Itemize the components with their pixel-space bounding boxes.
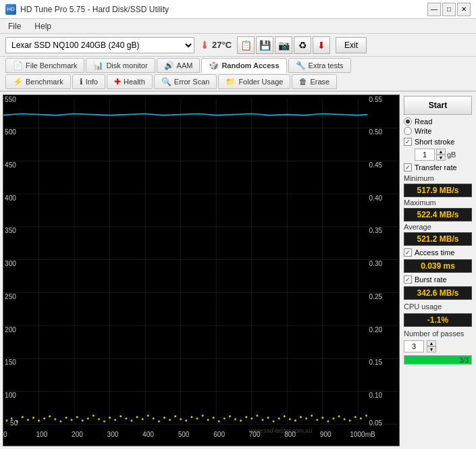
short-stroke-checkbox[interactable]: [404, 138, 412, 146]
copy-icon-btn[interactable]: 📋: [237, 36, 255, 54]
access-time-checkbox[interactable]: [404, 248, 412, 257]
svg-point-91: [213, 417, 215, 419]
exit-button[interactable]: Exit: [336, 37, 367, 53]
svg-point-53: [6, 419, 8, 421]
extra-tests-icon: 🔧: [296, 61, 306, 70]
svg-text:500: 500: [5, 128, 16, 136]
chart-svg: 550 500 450 400 350 300 250 200 150 100 …: [3, 95, 399, 446]
svg-point-88: [196, 417, 198, 419]
access-time-row[interactable]: Access time: [404, 248, 472, 257]
tab-erase[interactable]: 🗑 Erase: [292, 74, 337, 89]
burst-rate-row[interactable]: Burst rate: [404, 275, 472, 284]
error-scan-icon: 🔍: [161, 77, 171, 86]
benchmark-icon: ⚡: [13, 77, 23, 86]
passes-down[interactable]: ▼: [427, 346, 436, 352]
transfer-rate-row[interactable]: Transfer rate: [404, 163, 472, 171]
tab-random-access[interactable]: 🎲 Random Access: [201, 58, 286, 73]
download-icon-btn[interactable]: ⬇: [313, 36, 330, 54]
svg-point-85: [180, 418, 182, 420]
passes-up[interactable]: ▲: [427, 340, 436, 346]
short-stroke-input[interactable]: [415, 149, 435, 161]
short-stroke-spinners: ▲ ▼: [436, 149, 446, 161]
svg-text:0: 0: [3, 431, 7, 438]
read-radio[interactable]: Read: [404, 117, 472, 126]
menu-help[interactable]: Help: [32, 21, 54, 32]
svg-point-83: [169, 419, 171, 421]
svg-point-81: [158, 420, 160, 422]
close-button[interactable]: ✕: [457, 3, 471, 16]
disk-monitor-icon: 📊: [93, 61, 103, 70]
svg-point-108: [305, 417, 307, 419]
minimum-label: Minimum: [404, 174, 472, 182]
aam-icon: 🔊: [164, 61, 174, 70]
svg-text:200: 200: [5, 325, 16, 333]
passes-input[interactable]: [404, 340, 424, 352]
svg-point-82: [163, 417, 165, 419]
start-button[interactable]: Start: [404, 96, 472, 115]
tab-aam[interactable]: 🔊 AAM: [157, 58, 201, 73]
transfer-rate-label: Transfer rate: [415, 163, 457, 171]
svg-point-84: [174, 415, 176, 417]
menu-file[interactable]: File: [5, 21, 24, 32]
tab-info-label: Info: [86, 78, 98, 86]
camera-icon-btn[interactable]: 📷: [275, 36, 292, 54]
tab-extra-tests[interactable]: 🔧 Extra tests: [288, 58, 351, 73]
short-stroke-up[interactable]: ▲: [436, 149, 446, 155]
burst-rate-value: 342.6 MB/s: [404, 286, 472, 300]
write-label: Write: [415, 127, 431, 135]
tabs-row-1: 📄 File Benchmark 📊 Disk monitor 🔊 AAM 🎲 …: [5, 58, 471, 73]
toolbar-icons: 📋 💾 📷 ♻ ⬇: [237, 36, 330, 54]
svg-text:150: 150: [5, 359, 16, 366]
tab-folder-usage[interactable]: 📁 Folder Usage: [218, 74, 290, 89]
window-title: HD Tune Pro 5.75 - Hard Disk/SSD Utility: [20, 5, 169, 14]
svg-point-73: [114, 419, 116, 421]
svg-point-104: [284, 415, 286, 417]
svg-point-93: [223, 417, 226, 419]
svg-text:350: 350: [5, 227, 16, 234]
svg-point-62: [54, 418, 56, 420]
write-radio[interactable]: Write: [404, 127, 472, 135]
svg-point-100: [261, 419, 263, 421]
tab-error-scan-label: Error Scan: [174, 78, 210, 86]
svg-point-113: [332, 417, 334, 419]
svg-point-79: [147, 415, 149, 417]
svg-point-119: [365, 415, 367, 417]
maximize-button[interactable]: □: [442, 3, 456, 16]
svg-point-87: [190, 416, 192, 418]
svg-text:250: 250: [5, 293, 16, 300]
svg-point-75: [125, 417, 127, 419]
tab-random-access-label: Random Access: [221, 61, 279, 70]
tab-info[interactable]: ℹ Info: [72, 74, 105, 89]
transfer-rate-checkbox[interactable]: [404, 163, 412, 171]
minimize-button[interactable]: —: [427, 3, 441, 16]
main-content: 550 500 450 400 350 300 250 200 150 100 …: [0, 92, 476, 449]
app-icon: HD: [5, 4, 16, 15]
short-stroke-row[interactable]: Short stroke: [404, 138, 472, 146]
tab-disk-monitor[interactable]: 📊 Disk monitor: [86, 58, 155, 73]
temperature-display: 🌡 27°C: [200, 40, 232, 51]
tab-erase-label: Erase: [310, 78, 329, 86]
svg-text:0.25: 0.25: [369, 293, 383, 300]
tabs-container: 📄 File Benchmark 📊 Disk monitor 🔊 AAM 🎲 …: [0, 57, 476, 92]
refresh-icon-btn[interactable]: ♻: [294, 36, 311, 54]
tab-health[interactable]: ✚ Health: [107, 74, 153, 89]
save-icon-btn[interactable]: 💾: [256, 36, 273, 54]
disk-selector[interactable]: Lexar SSD NQ100 240GB (240 gB): [5, 37, 194, 53]
burst-rate-checkbox[interactable]: [404, 275, 412, 284]
temperature-value: 27°C: [212, 40, 232, 50]
svg-point-114: [338, 415, 340, 417]
tab-file-benchmark[interactable]: 📄 File Benchmark: [5, 58, 84, 73]
right-panel: Start Read Write Short stroke ▲ ▼ gB: [402, 95, 473, 446]
tab-benchmark[interactable]: ⚡ Benchmark: [5, 74, 71, 89]
svg-text:400: 400: [5, 194, 16, 201]
svg-point-74: [120, 415, 122, 417]
window-controls[interactable]: — □ ✕: [427, 3, 471, 16]
svg-point-76: [130, 419, 132, 421]
short-stroke-down[interactable]: ▼: [436, 155, 446, 161]
svg-point-116: [349, 419, 351, 421]
passes-label: Number of passes: [404, 329, 472, 338]
tab-error-scan[interactable]: 🔍 Error Scan: [154, 74, 217, 89]
svg-point-68: [87, 417, 89, 419]
toolbar: Lexar SSD NQ100 240GB (240 gB) 🌡 27°C 📋 …: [0, 34, 476, 57]
svg-text:www.ssd-tester.com.au: www.ssd-tester.com.au: [249, 427, 312, 434]
